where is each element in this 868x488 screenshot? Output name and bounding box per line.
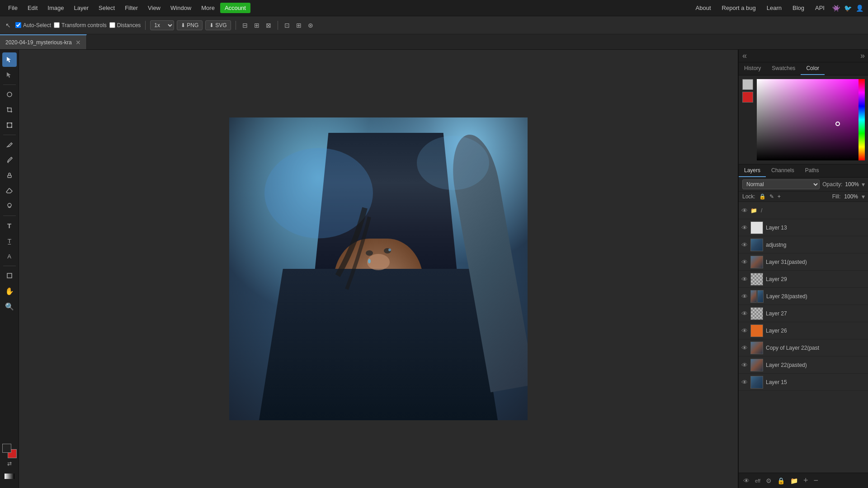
distribute-icon[interactable]: ⊡ [283, 21, 292, 30]
layer-effects-btn[interactable]: 👁 [741, 476, 751, 485]
blend-mode-select[interactable]: Normal Multiply Screen Overlay [742, 179, 820, 189]
swatch-2[interactable] [742, 92, 753, 103]
auto-select-checkbox[interactable] [15, 22, 21, 28]
layer-group-btn[interactable]: 📁 [788, 476, 800, 485]
export-png-btn[interactable]: ⬇ PNG [177, 20, 203, 30]
transform-controls-checkbox[interactable] [54, 22, 60, 28]
layer-settings-btn[interactable]: ⚙ [764, 476, 774, 485]
collapse-right-icon[interactable]: » [860, 51, 865, 61]
tab-main[interactable]: 2020-04-19_mysterious-kra ✕ [0, 34, 87, 49]
swatch-1[interactable] [742, 79, 753, 90]
menu-edit[interactable]: Edit [23, 3, 42, 13]
layer-visibility-icon[interactable]: 👁 [741, 344, 748, 352]
menu-window[interactable]: Window [166, 3, 196, 13]
menu-view[interactable]: View [143, 3, 165, 13]
layer-item[interactable]: 👁 Layer 15 [739, 374, 868, 391]
layer-eff-btn[interactable]: eff [753, 477, 762, 484]
layer-visibility-icon[interactable]: 👁 [741, 224, 748, 231]
tab-layers[interactable]: Layers [739, 164, 766, 177]
layer-visibility-icon[interactable]: 👁 [741, 293, 748, 300]
hand-tool[interactable]: ✋ [2, 284, 17, 298]
pen-tool[interactable] [2, 137, 17, 152]
layer-visibility-icon[interactable]: 👁 [741, 276, 748, 283]
align-left-icon[interactable]: ⊟ [241, 21, 250, 30]
menu-account[interactable]: Account [220, 3, 250, 13]
fg-bg-colors[interactable] [2, 444, 17, 458]
layer-lock-btn[interactable]: 🔒 [775, 476, 787, 485]
effects-tool[interactable]: A [2, 249, 17, 263]
smudge-tool[interactable] [2, 199, 17, 213]
layer-visibility-icon[interactable]: 👁 [741, 379, 748, 386]
text-tool[interactable]: T [2, 218, 17, 233]
transform-tool[interactable] [2, 118, 17, 132]
crop-tool[interactable] [2, 103, 17, 117]
gradient-tool[interactable] [2, 469, 17, 483]
vertical-text-tool[interactable]: T̲ [2, 234, 17, 248]
lock-pixels-icon[interactable]: 🔒 [759, 193, 766, 200]
tab-color[interactable]: Color [801, 62, 825, 75]
hue-slider[interactable] [859, 79, 865, 160]
wand-icon[interactable]: ⊛ [306, 21, 315, 30]
menu-report-bug[interactable]: Report a bug [717, 3, 760, 13]
resize-icon[interactable]: ⊞ [294, 21, 303, 30]
menu-file[interactable]: File [4, 3, 22, 13]
menu-about[interactable]: About [691, 3, 716, 13]
layer-item[interactable]: 👁 adjustng [739, 236, 868, 253]
color-gradient[interactable] [757, 79, 865, 160]
opacity-dropdown-icon[interactable]: ▾ [862, 181, 865, 188]
direct-select-tool[interactable] [2, 68, 17, 82]
fill-dropdown-icon[interactable]: ▾ [862, 193, 865, 200]
delete-layer-btn[interactable]: − [812, 475, 821, 486]
tab-close-btn[interactable]: ✕ [75, 39, 81, 46]
layer-item[interactable]: 👁 Layer 28(pasted) [739, 288, 868, 305]
brush-tool[interactable] [2, 153, 17, 167]
layer-item[interactable]: 👁 Layer 26 [739, 322, 868, 339]
layer-visibility-icon[interactable]: 👁 [741, 327, 748, 334]
menu-more[interactable]: More [197, 3, 219, 13]
swap-colors-btn[interactable]: ⇄ [2, 459, 17, 468]
zoom-tool[interactable]: 🔍 [2, 299, 17, 314]
align-center-icon[interactable]: ⊞ [252, 21, 261, 30]
menu-filter[interactable]: Filter [120, 3, 142, 13]
lock-all-icon[interactable]: + [778, 193, 781, 200]
foreground-color-swatch[interactable] [2, 444, 11, 453]
layer-item[interactable]: 👁 📁 / [739, 202, 868, 219]
layer-visibility-icon[interactable]: 👁 [741, 361, 748, 369]
layer-item[interactable]: 👁 Layer 31(pasted) [739, 253, 868, 271]
layer-item[interactable]: 👁 Layer 27 [739, 305, 868, 322]
select-tool[interactable] [2, 52, 17, 67]
menu-learn[interactable]: Learn [762, 3, 786, 13]
layer-visibility-icon[interactable]: 👁 [741, 207, 748, 214]
twitter-icon[interactable]: 🐦 [843, 3, 853, 13]
reddit-icon[interactable]: 👾 [831, 3, 841, 13]
tab-swatches[interactable]: Swatches [766, 62, 801, 75]
lasso-tool[interactable] [2, 87, 17, 102]
menu-layer[interactable]: Layer [70, 3, 94, 13]
layer-item[interactable]: 👁 Layer 29 [739, 271, 868, 288]
shape-tool[interactable] [2, 268, 17, 283]
tab-history[interactable]: History [739, 62, 766, 75]
export-svg-btn[interactable]: ⬇ SVG [205, 20, 231, 30]
layer-item[interactable]: 👁 Layer 13 [739, 219, 868, 236]
tab-paths[interactable]: Paths [800, 164, 825, 177]
layer-visibility-icon[interactable]: 👁 [741, 241, 748, 249]
align-right-icon[interactable]: ⊠ [264, 21, 273, 30]
collapse-left-icon[interactable]: « [742, 51, 747, 61]
menu-select[interactable]: Select [94, 3, 119, 13]
stamp-tool[interactable] [2, 168, 17, 183]
facebook-icon[interactable]: 👤 [854, 3, 864, 13]
zoom-select[interactable]: 1x 2x 0.5x [150, 20, 174, 30]
menu-blog[interactable]: Blog [788, 3, 809, 13]
tab-channels[interactable]: Channels [766, 164, 800, 177]
menu-api[interactable]: API [811, 3, 829, 13]
add-layer-btn[interactable]: + [802, 475, 810, 486]
select-tool-icon[interactable]: ↖ [4, 21, 13, 30]
lock-position-icon[interactable]: ✎ [769, 193, 774, 200]
layer-visibility-icon[interactable]: 👁 [741, 258, 748, 266]
layer-item[interactable]: 👁 Copy of Layer 22(past [739, 339, 868, 357]
distances-checkbox[interactable] [109, 22, 115, 28]
layer-visibility-icon[interactable]: 👁 [741, 310, 748, 317]
canvas-image[interactable] [229, 117, 528, 420]
eraser-tool[interactable] [2, 183, 17, 198]
layer-item[interactable]: 👁 Layer 22(pasted) [739, 357, 868, 374]
